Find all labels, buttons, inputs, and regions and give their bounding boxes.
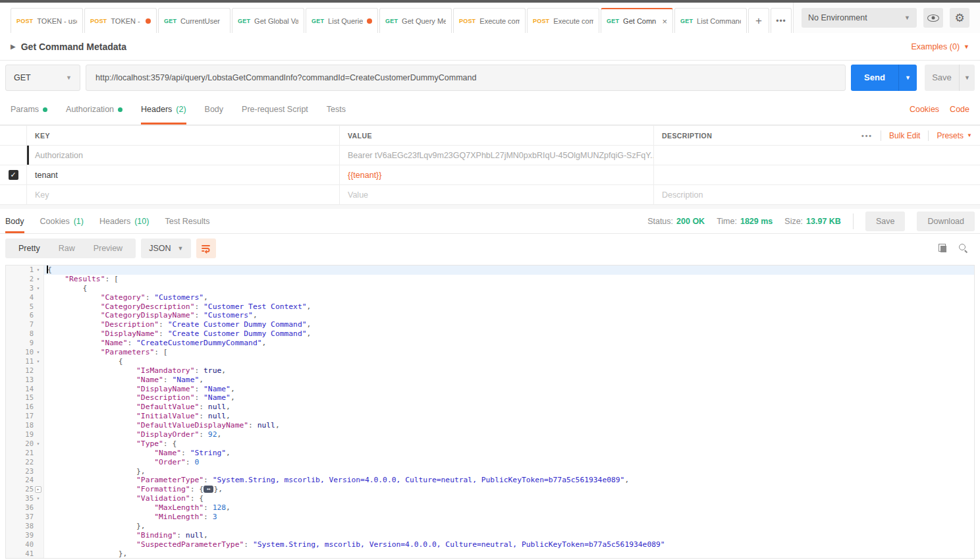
- line-gutter: 16: [6, 403, 44, 412]
- line-gutter: 22: [6, 458, 44, 467]
- line-gutter: 40: [6, 540, 44, 549]
- presets-dropdown[interactable]: Presets ▼: [937, 131, 972, 140]
- chevron-down-icon: ▼: [66, 74, 72, 81]
- fold-toggle-icon[interactable]: ▾: [35, 348, 41, 357]
- code-line: 19 "DisplayOrder": 92,: [6, 430, 974, 439]
- environment-selector[interactable]: No Environment ▼: [802, 8, 917, 28]
- tab-params[interactable]: Params: [11, 94, 47, 125]
- code-text: "Description": "Name",: [44, 393, 974, 403]
- code-line: 24 "ParameterType": "System.String, msco…: [6, 476, 974, 485]
- response-tab-cookies[interactable]: Cookies (1): [40, 209, 84, 233]
- tab-authorization[interactable]: Authorization: [66, 94, 122, 125]
- request-tab[interactable]: POSTExecute com: [527, 8, 599, 33]
- send-button[interactable]: Send: [851, 65, 898, 91]
- new-tab-button[interactable]: +: [748, 8, 769, 33]
- cookies-link[interactable]: Cookies: [910, 105, 939, 114]
- tab-headers[interactable]: Headers (2): [141, 94, 186, 125]
- fold-toggle-icon[interactable]: ▸: [35, 486, 41, 493]
- fold-toggle-icon[interactable]: ▾: [35, 266, 41, 275]
- request-tab[interactable]: GETCurrentUser: [158, 8, 231, 33]
- column-header-description: DESCRIPTION ••• Bulk Edit Presets ▼: [653, 126, 980, 145]
- line-gutter: 19: [6, 430, 44, 439]
- fold-toggle-icon[interactable]: ▾: [35, 439, 41, 449]
- search-icon[interactable]: [959, 244, 968, 253]
- request-tab[interactable]: POSTTOKEN - s: [84, 8, 157, 33]
- request-tab[interactable]: GETList Querie: [306, 8, 378, 33]
- new-description-input[interactable]: Description: [653, 185, 980, 204]
- url-input[interactable]: http://localhost:3579/api/query/LobstaGe…: [86, 65, 846, 91]
- collapsed-fold-widget[interactable]: ↔: [204, 486, 213, 493]
- environment-quick-look-button[interactable]: [923, 8, 943, 28]
- tab-method-badge: POST: [533, 18, 549, 24]
- code-link[interactable]: Code: [950, 105, 969, 114]
- code-line: 41 },: [6, 549, 974, 559]
- save-request-button[interactable]: Save: [925, 65, 959, 91]
- tab-method-badge: POST: [459, 18, 476, 24]
- view-mode-raw[interactable]: Raw: [49, 244, 84, 253]
- tab-tests[interactable]: Tests: [327, 94, 346, 125]
- new-value-input[interactable]: Value: [339, 185, 653, 204]
- code-line: 37 "MinLength": 3: [6, 513, 974, 522]
- more-options-button[interactable]: •••: [861, 132, 873, 140]
- save-options-button[interactable]: ▼: [959, 65, 975, 91]
- response-tab-body[interactable]: Body: [5, 209, 24, 233]
- request-tab[interactable]: GETGet Query Me: [379, 8, 452, 33]
- tab-body[interactable]: Body: [205, 94, 224, 125]
- url-row: GET ▼ http://localhost:3579/api/query/Lo…: [0, 61, 980, 94]
- code-lines: 1▾{2▾ "Results": [3▾ {4 "Category": "Cus…: [6, 266, 974, 559]
- header-value-cell[interactable]: Bearer tV6aEGc23fLqv9m23GQ7XPhbL27jMN0px…: [339, 146, 653, 165]
- fold-toggle-icon[interactable]: ▾: [35, 275, 41, 284]
- fold-toggle-icon[interactable]: ▾: [35, 494, 41, 503]
- response-format-selector[interactable]: JSON ▼: [141, 238, 191, 258]
- tab-label: Get Global Var: [254, 17, 298, 25]
- request-links: Cookies Code: [910, 94, 969, 125]
- header-key-cell[interactable]: tenant: [26, 165, 339, 184]
- header-description-cell[interactable]: [653, 165, 980, 184]
- tab-method-badge: GET: [238, 18, 250, 24]
- response-tab-headers[interactable]: Headers (10): [99, 209, 149, 233]
- tab-pre-request-script[interactable]: Pre-request Script: [242, 94, 308, 125]
- disclosure-triangle-icon[interactable]: ▶: [11, 43, 16, 50]
- green-dot-icon: [43, 107, 47, 112]
- environment-area: No Environment ▼ ⚙: [793, 3, 980, 33]
- size-badge: Size: 13.97 KB: [784, 217, 841, 226]
- header-key-cell[interactable]: Authorization: [26, 146, 339, 165]
- code-text: "Name": "String",: [44, 449, 974, 458]
- view-mode-preview[interactable]: Preview: [84, 244, 132, 253]
- tab-label: Get Comn: [623, 17, 658, 25]
- request-tab[interactable]: POSTExecute com: [453, 8, 526, 33]
- code-line: 39 "Binding": null,: [6, 531, 974, 540]
- request-tab[interactable]: GETGet Comn×: [601, 8, 673, 33]
- fold-toggle-icon[interactable]: ▾: [35, 357, 41, 366]
- examples-dropdown[interactable]: Examples (0) ▼: [911, 42, 969, 51]
- header-value-cell[interactable]: {{tenant}}: [339, 165, 653, 184]
- code-line: 6 "CategoryDisplayName": "Customers",: [6, 311, 974, 320]
- code-line: 1▾{: [6, 266, 974, 275]
- more-tabs-button[interactable]: •••: [771, 8, 792, 33]
- view-mode-group: Pretty Raw Preview: [5, 238, 136, 258]
- chevron-down-icon: ▼: [964, 43, 969, 50]
- wrap-lines-button[interactable]: [196, 238, 216, 258]
- save-response-button[interactable]: Save: [865, 211, 906, 231]
- code-text: "IsMandatory": true,: [44, 366, 974, 376]
- send-options-button[interactable]: ▼: [898, 65, 917, 91]
- new-key-input[interactable]: Key: [26, 185, 339, 204]
- view-mode-pretty[interactable]: Pretty: [9, 244, 49, 253]
- request-tab[interactable]: GETList Commanc: [674, 8, 747, 33]
- download-response-button[interactable]: Download: [917, 211, 975, 231]
- request-tab[interactable]: POSTTOKEN - user: [11, 8, 83, 33]
- line-gutter: 36: [6, 503, 44, 513]
- request-tab[interactable]: GETGet Global Var: [232, 8, 304, 33]
- fold-toggle-icon[interactable]: ▾: [35, 284, 41, 293]
- code-text: "DisplayName": "Create Customer Dummy Co…: [44, 329, 974, 339]
- settings-button[interactable]: ⚙: [950, 8, 969, 28]
- method-selector[interactable]: GET ▼: [5, 65, 80, 91]
- close-icon[interactable]: ×: [662, 16, 667, 26]
- row-enabled-checkbox[interactable]: ✓: [9, 170, 18, 180]
- line-number: 6: [30, 311, 34, 320]
- response-tab-test-results[interactable]: Test Results: [165, 209, 209, 233]
- line-gutter: 39: [6, 531, 44, 540]
- copy-icon[interactable]: [939, 244, 947, 253]
- header-description-cell[interactable]: [653, 146, 980, 165]
- bulk-edit-link[interactable]: Bulk Edit: [889, 131, 920, 140]
